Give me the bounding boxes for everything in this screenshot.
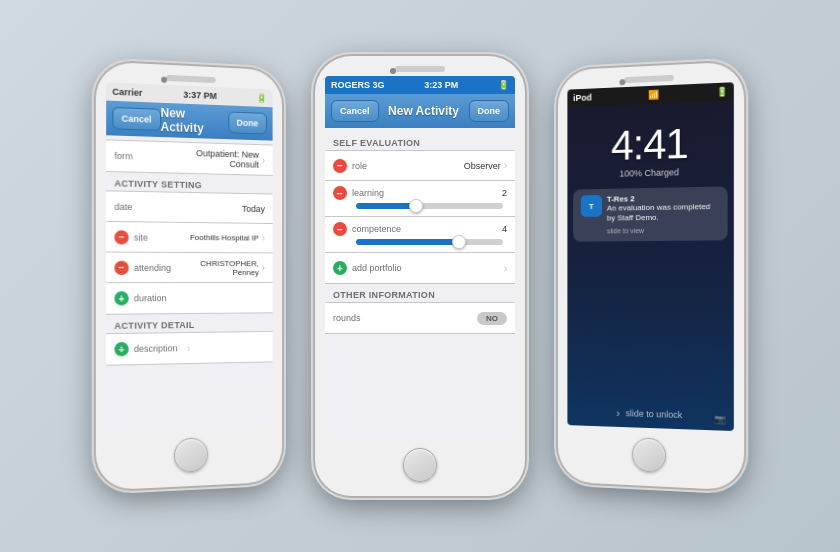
role-minus-icon[interactable]: − [333,159,347,173]
duration-row[interactable]: + duration [106,283,272,314]
form-chevron: › [262,155,265,166]
role-chevron: › [504,160,507,171]
carrier-center: ROGERS 3G [331,80,385,90]
camera-dot-right [619,79,625,85]
site-label: site [134,232,184,243]
competence-row[interactable]: − competence 4 [325,217,515,253]
self-eval-header: Self Evaluation [325,132,515,150]
time-text: 3:37 PM [183,90,217,101]
nav-title-center: New Activity [388,104,459,118]
device-text-right: iPod [573,92,592,103]
screen-left: Carrier 3:37 PM 🔋 Cancel New Activity Do… [106,82,272,431]
phone-bottom-right [558,425,744,491]
learning-label: learning [352,188,402,198]
role-value: Observer [402,161,501,171]
activity-detail-group: + description › [106,331,272,366]
phone-bottom-center [315,438,525,496]
rounds-label: rounds [333,313,383,323]
notif-content: T-Res 2 An evaluation was completed by S… [607,193,720,236]
done-button-left[interactable]: Done [228,111,267,134]
self-eval-group: − role Observer › − learning 2 [325,150,515,284]
carrier-text: Carrier [112,87,142,98]
slide-unlock-text: slide to unlock [626,408,683,420]
description-chevron: › [187,343,190,354]
other-info-header: Other Information [325,284,515,302]
section-header-2: Activity Detail [106,313,272,333]
description-row[interactable]: + description › [106,332,272,365]
learning-slider-thumb[interactable] [409,199,423,213]
content-center: Self Evaluation − role Observer › − lear… [325,128,515,438]
screen-right: iPod 📶 🔋 4:41 100% Charged T T-Res 2 An … [567,82,733,431]
site-minus-icon[interactable]: − [114,230,128,244]
home-button-left[interactable] [174,437,208,472]
camera-dot-center [390,68,396,74]
nav-bar-left: Cancel New Activity Done [106,101,272,141]
speaker-grille [166,75,216,83]
wifi-right: 📶 [648,90,659,100]
competence-slider-thumb[interactable] [452,235,466,249]
attending-value: CHRISTOPHER, Penney [184,258,259,276]
nav-bar-center: Cancel New Activity Done [325,94,515,128]
attending-label: attending [134,262,184,272]
phone-left: Carrier 3:37 PM 🔋 Cancel New Activity Do… [96,61,282,490]
competence-slider[interactable] [356,239,503,245]
camera-dot [161,77,167,83]
competence-value: 4 [402,224,507,234]
learning-slider[interactable] [356,203,503,209]
lock-charged: 100% Charged [619,167,678,178]
time-center: 3:23 PM [424,80,458,90]
lock-screen: 4:41 100% Charged T T-Res 2 An evaluatio… [567,101,733,431]
date-row[interactable]: date Today [106,191,272,224]
phone-right: iPod 📶 🔋 4:41 100% Charged T T-Res 2 An … [558,61,744,490]
role-label: role [352,161,402,171]
form-value: Outpatient: New Consult [165,147,259,169]
description-plus-icon[interactable]: + [114,342,128,356]
nav-title-left: New Activity [161,106,228,136]
activity-setting-group: date Today − site Foothills Hospital IP … [106,190,272,314]
battery-text: 🔋 [256,93,267,103]
attending-minus-icon[interactable]: − [114,260,128,274]
speaker-grille-right [624,75,674,83]
slide-unlock[interactable]: › slide to unlock [567,405,733,422]
competence-label: competence [352,224,402,234]
notif-body: An evaluation was completed by Staff Dem… [607,202,720,225]
date-label: date [114,201,165,212]
notif-action: slide to view [607,225,720,235]
description-label: description [134,343,184,354]
home-button-center[interactable] [403,448,437,482]
notif-app-letter: T [589,201,594,210]
rounds-toggle[interactable]: NO [477,312,507,325]
content-left: form Outpatient: New Consult › Activity … [106,135,272,431]
add-portfolio-row[interactable]: + add portfolio › [325,253,515,283]
attending-row[interactable]: − attending CHRISTOPHER, Penney › [106,253,272,284]
add-portfolio-plus-icon[interactable]: + [333,261,347,275]
add-portfolio-chevron: › [504,263,507,274]
notif-app-icon: T [581,195,602,217]
battery-right: 🔋 [716,87,727,98]
attending-chevron: › [262,262,265,273]
screen-center: ROGERS 3G 3:23 PM 🔋 Cancel New Activity … [325,76,515,438]
slide-arrow-icon: › [616,407,620,419]
add-portfolio-label: add portfolio [352,263,402,273]
duration-plus-icon[interactable]: + [114,291,128,305]
home-button-right[interactable] [632,437,666,472]
other-info-group: rounds NO [325,302,515,334]
cancel-button-center[interactable]: Cancel [331,100,379,122]
duration-label: duration [134,293,184,303]
speaker-grille-center [395,66,445,72]
learning-row[interactable]: − learning 2 [325,181,515,217]
site-chevron: › [262,233,265,244]
site-row[interactable]: − site Foothills Hospital IP › [106,222,272,253]
rounds-row[interactable]: rounds NO [325,303,515,333]
camera-lock-icon: 📷 [714,414,725,425]
status-bar-center: ROGERS 3G 3:23 PM 🔋 [325,76,515,94]
cancel-button-left[interactable]: Cancel [112,107,160,131]
done-button-center[interactable]: Done [469,100,510,122]
phone-center: ROGERS 3G 3:23 PM 🔋 Cancel New Activity … [315,56,525,496]
learning-minus-icon[interactable]: − [333,186,347,200]
role-row[interactable]: − role Observer › [325,151,515,181]
date-value: Today [165,202,265,214]
competence-minus-icon[interactable]: − [333,222,347,236]
learning-value: 2 [402,188,507,198]
form-row[interactable]: form Outpatient: New Consult › [106,140,272,175]
